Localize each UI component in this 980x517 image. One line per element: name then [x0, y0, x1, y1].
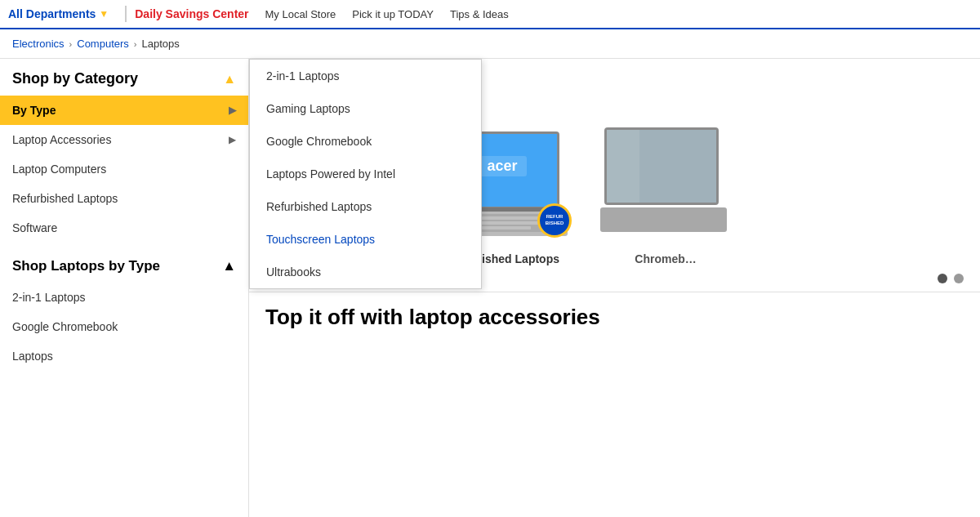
shop-by-category-header[interactable]: Shop by Category ▲: [0, 59, 248, 96]
sidebar-item-software[interactable]: Software: [0, 213, 248, 243]
svg-rect-44: [607, 130, 639, 203]
software-label: Software: [12, 221, 57, 234]
dropdown-item-refurbished[interactable]: Refurbished Laptops: [250, 190, 481, 223]
breadcrumb-electronics[interactable]: Electronics: [12, 38, 65, 50]
dropdown-item-touchscreen[interactable]: Touchscreen Laptops: [250, 223, 481, 256]
svg-rect-45: [600, 207, 727, 232]
collapse-icon-2: ▲: [222, 258, 236, 274]
bottom-section-heading: Top it off with laptop accessories: [265, 305, 964, 330]
breadcrumb: Electronics › Computers › Laptops: [0, 29, 980, 59]
chromebook-illustration: [596, 119, 735, 242]
dropdown-item-ultrabooks[interactable]: Ultrabooks: [250, 256, 481, 288]
bottom-accessories-section: Top it off with laptop accessories: [249, 292, 980, 342]
tips-ideas-link[interactable]: Tips & Ideas: [450, 8, 509, 20]
breadcrumb-computers[interactable]: Computers: [77, 38, 129, 50]
all-departments-label: All Departments: [8, 7, 96, 20]
svg-text:acer: acer: [487, 158, 517, 174]
sidebar-item-refurbished-laptops[interactable]: Refurbished Laptops: [0, 184, 248, 213]
dropdown-item-chromebook[interactable]: Google Chromebook: [250, 125, 481, 158]
my-local-store-link[interactable]: My Local Store: [265, 8, 336, 20]
sidebar-item-laptop-computers[interactable]: Laptop Computers: [0, 154, 248, 184]
dropdown-item-intel[interactable]: Laptops Powered by Intel: [250, 158, 481, 190]
shop-by-category-title: Shop by Category: [12, 70, 138, 87]
laptop-accessories-label: Laptop Accessories: [12, 133, 111, 146]
category-card-chromebook-label: Chromeb…: [635, 252, 696, 265]
sidebar-item-chromebook[interactable]: Google Chromebook: [0, 312, 248, 341]
refurbished-badge: REFURBISHED: [537, 203, 572, 238]
category-card-image-chromebook: [592, 115, 739, 246]
nav-separator: [125, 6, 127, 22]
sidebar-by-type-label: By Type: [12, 104, 56, 117]
svg-rect-41: [474, 226, 531, 230]
category-card-chromebook[interactable]: Chromeb…: [592, 115, 739, 265]
pagination-dot-1[interactable]: [938, 274, 947, 283]
main-layout: Shop by Category ▲ By Type ▶ Laptop Acce…: [0, 59, 980, 517]
daily-savings-link[interactable]: Daily Savings Center: [135, 7, 248, 20]
breadcrumb-laptops: Laptops: [142, 38, 180, 50]
sidebar: Shop by Category ▲ By Type ▶ Laptop Acce…: [0, 59, 249, 517]
breadcrumb-separator-1: ›: [69, 39, 73, 49]
shop-laptops-by-type-header[interactable]: Shop Laptops by Type ▲: [0, 247, 248, 283]
dropdown-item-2in1[interactable]: 2-in-1 Laptops: [250, 60, 481, 92]
arrow-right-icon: ▶: [229, 105, 236, 116]
collapse-icon: ▲: [223, 72, 236, 87]
top-navigation-bar: All Departments ▼ Daily Savings Center M…: [0, 0, 980, 29]
refurbished-laptops-label: Refurbished Laptops: [12, 192, 118, 205]
by-type-dropdown-menu: 2-in-1 Laptops Gaming Laptops Google Chr…: [249, 59, 482, 289]
dropdown-arrow-icon: ▼: [99, 8, 109, 20]
pick-it-up-link[interactable]: Pick it up TODAY: [352, 8, 434, 20]
arrow-right-icon-accessories: ▶: [229, 134, 236, 145]
sidebar-item-laptops[interactable]: Laptops: [0, 341, 248, 371]
pagination-dot-2[interactable]: [954, 274, 964, 283]
2in1-label: 2-in-1 Laptops: [12, 291, 86, 304]
dropdown-item-gaming[interactable]: Gaming Laptops: [250, 92, 481, 125]
sidebar-item-by-type[interactable]: By Type ▶: [0, 96, 248, 125]
sidebar-item-laptop-accessories[interactable]: Laptop Accessories ▶: [0, 125, 248, 154]
laptops-label: Laptops: [12, 350, 53, 363]
sidebar-item-2in1[interactable]: 2-in-1 Laptops: [0, 283, 248, 312]
breadcrumb-separator-2: ›: [134, 39, 137, 49]
laptop-computers-label: Laptop Computers: [12, 163, 106, 176]
shop-laptops-by-type-title: Shop Laptops by Type: [12, 258, 160, 274]
chromebook-label: Google Chromebook: [12, 320, 118, 333]
all-departments-button[interactable]: All Departments ▼: [8, 7, 112, 20]
